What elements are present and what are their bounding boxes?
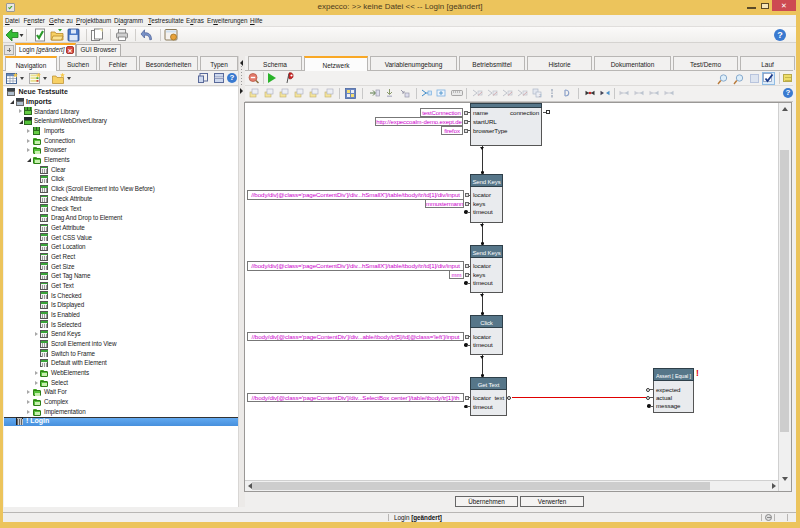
svg-text:2: 2 [539, 93, 542, 98]
